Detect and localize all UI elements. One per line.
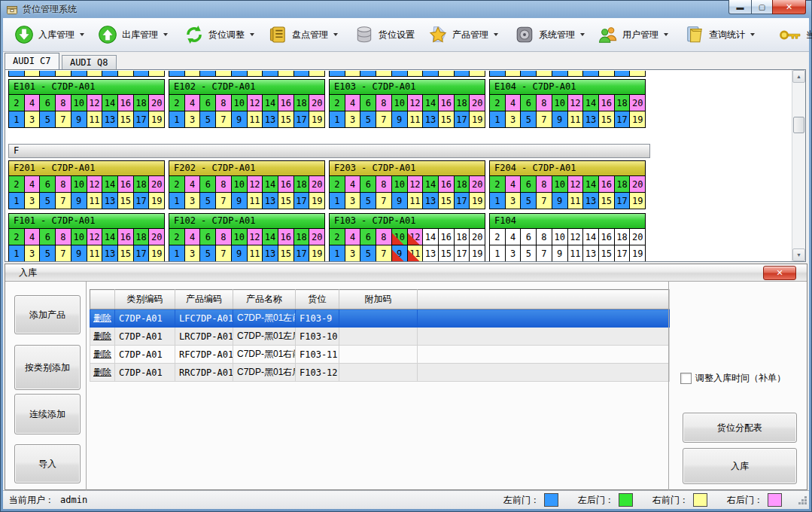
slot-cell-E104-20[interactable]: 20 xyxy=(630,95,645,111)
slot-cell-F204-6[interactable]: 6 xyxy=(521,176,537,193)
slot-cell-E103-3[interactable]: 3 xyxy=(345,111,361,127)
slot-allocation-table-button[interactable]: 货位分配表 xyxy=(683,413,797,443)
slot-cell-F204-7[interactable]: 7 xyxy=(537,193,552,209)
slot-cell-F202-19[interactable]: 19 xyxy=(309,193,324,209)
slot-cell-F101-15[interactable]: 15 xyxy=(118,245,134,261)
slot-cell-E102-13[interactable]: 13 xyxy=(263,111,278,127)
slot-cell-F201-5[interactable]: 5 xyxy=(40,193,56,209)
slot-cell-F104-2[interactable]: 2 xyxy=(490,229,506,245)
slot-cell-F104-20[interactable]: 20 xyxy=(630,229,645,245)
slot-cell-F202-6[interactable]: 6 xyxy=(200,176,216,193)
slot-cell-F101-13[interactable]: 13 xyxy=(102,245,118,261)
slot-cell-E104-9[interactable]: 9 xyxy=(552,111,568,127)
slot-adjust-button[interactable]: 货位调整 xyxy=(178,21,261,48)
delete-link[interactable]: 删除 xyxy=(93,349,111,359)
col-header-product-code[interactable]: 产品编码 xyxy=(175,290,233,309)
slot-cell-F203-9[interactable]: 9 xyxy=(392,193,408,209)
slot-cell-F204-11[interactable]: 11 xyxy=(568,193,584,209)
slot-cell-E102-18[interactable]: 18 xyxy=(294,95,310,111)
slot-cell-E103-7[interactable]: 7 xyxy=(376,111,392,127)
slot-cell-F203-7[interactable]: 7 xyxy=(376,193,392,209)
slot-cell-F103-8[interactable]: 8 xyxy=(376,229,392,245)
slot-cell-F201-18[interactable]: 18 xyxy=(134,176,150,193)
slot-cell-E103-4[interactable]: 4 xyxy=(345,95,361,111)
slot-cell-F201-8[interactable]: 8 xyxy=(56,176,71,193)
col-header-extra[interactable]: 附加码 xyxy=(339,290,418,309)
slot-cell-F204-19[interactable]: 19 xyxy=(630,193,645,209)
slot-cell-F104-4[interactable]: 4 xyxy=(506,229,522,245)
slot-cell-F201-3[interactable]: 3 xyxy=(25,193,41,209)
slot-cell-F102-1[interactable]: 1 xyxy=(169,245,185,261)
slot-cell-F203-14[interactable]: 14 xyxy=(423,176,439,193)
slot-cell-F203-8[interactable]: 8 xyxy=(376,176,392,193)
inbound-row-F103-10[interactable]: 删除C7DP-A01LRC7DP-A01C7DP-黑01左后F103-10 xyxy=(90,328,670,346)
slot-cell-E104-7[interactable]: 7 xyxy=(537,111,552,127)
slot-cell-E102-17[interactable]: 17 xyxy=(294,111,310,127)
slot-cell-F103-5[interactable]: 5 xyxy=(360,245,376,261)
delete-link[interactable]: 删除 xyxy=(93,367,111,377)
slot-cell-F102-2[interactable]: 2 xyxy=(169,229,185,245)
slot-cell-F201-13[interactable]: 13 xyxy=(102,193,118,209)
slot-cell-F103-10[interactable]: 10 xyxy=(392,229,408,245)
slot-cell-E101-9[interactable]: 9 xyxy=(71,111,87,127)
slot-cell-E104-1[interactable]: 1 xyxy=(490,111,506,127)
resize-grip-icon[interactable] xyxy=(798,496,807,507)
slot-cell-F103-15[interactable]: 15 xyxy=(439,245,455,261)
slot-cell-F101-1[interactable]: 1 xyxy=(9,245,25,261)
slot-cell-F102-15[interactable]: 15 xyxy=(278,245,294,261)
slot-cell-F102-7[interactable]: 7 xyxy=(216,245,232,261)
slot-cell-E104-8[interactable]: 8 xyxy=(537,95,552,111)
slot-cell-F204-1[interactable]: 1 xyxy=(490,193,506,209)
slot-cell-F102-8[interactable]: 8 xyxy=(216,229,232,245)
slot-cell-F103-12[interactable]: 12 xyxy=(408,229,424,245)
slot-cell-F101-17[interactable]: 17 xyxy=(134,245,150,261)
slot-cell-F101-2[interactable]: 2 xyxy=(9,229,25,245)
slot-cell-E102-15[interactable]: 15 xyxy=(278,111,294,127)
slot-cell-E103-2[interactable]: 2 xyxy=(330,95,345,111)
slot-cell-E101-4[interactable]: 4 xyxy=(25,95,41,111)
slot-cell-E103-14[interactable]: 14 xyxy=(423,95,439,111)
tab-audi-q8[interactable]: AUDI Q8 xyxy=(62,55,117,69)
inbound-row-F103-9[interactable]: 删除C7DP-A01LFC7DP-A01C7DP-黑01左前F103-9 xyxy=(90,309,670,328)
slot-cell-E103-16[interactable]: 16 xyxy=(439,95,455,111)
stocktake-management-button[interactable]: 盘点管理 xyxy=(261,21,345,48)
title-bar[interactable]: 货位管理系统 ▬ ▢ ✕ xyxy=(0,0,812,18)
slot-cell-E104-11[interactable]: 11 xyxy=(568,111,584,127)
slot-cell-E101-20[interactable]: 20 xyxy=(149,95,164,111)
inbound-row-F103-11[interactable]: 删除C7DP-A01RFC7DP-A01C7DP-黑01右前F103-11 xyxy=(90,346,670,364)
slot-cell-F201-19[interactable]: 19 xyxy=(149,193,164,209)
slot-cell-E104-2[interactable]: 2 xyxy=(490,95,506,111)
slot-cell-E102-8[interactable]: 8 xyxy=(216,95,232,111)
slot-cell-F104-11[interactable]: 11 xyxy=(568,245,584,261)
slot-cell-E101-19[interactable]: 19 xyxy=(149,111,164,127)
slot-cell-E104-13[interactable]: 13 xyxy=(583,111,599,127)
slot-cell-F102-17[interactable]: 17 xyxy=(294,245,310,261)
scroll-up-arrow[interactable]: ▲ xyxy=(792,70,805,83)
slot-cell-F202-12[interactable]: 12 xyxy=(248,176,263,193)
slot-cell-E102-20[interactable]: 20 xyxy=(309,95,324,111)
close-button[interactable]: ✕ xyxy=(772,0,806,14)
slot-cell-F204-2[interactable]: 2 xyxy=(490,176,506,193)
slot-cell-F102-20[interactable]: 20 xyxy=(309,229,324,245)
slot-cell-F202-2[interactable]: 2 xyxy=(169,176,185,193)
slot-cell-F101-4[interactable]: 4 xyxy=(25,229,41,245)
slot-cell-F104-18[interactable]: 18 xyxy=(615,229,631,245)
slot-cell-F104-10[interactable]: 10 xyxy=(552,229,568,245)
slot-cell-F103-18[interactable]: 18 xyxy=(455,229,470,245)
slot-cell-F101-14[interactable]: 14 xyxy=(102,229,118,245)
slot-cell-F202-14[interactable]: 14 xyxy=(263,176,278,193)
slot-cell-F203-10[interactable]: 10 xyxy=(392,176,408,193)
slot-cell-F203-16[interactable]: 16 xyxy=(439,176,455,193)
slot-cell-F201-4[interactable]: 4 xyxy=(25,176,41,193)
slot-cell-E103-15[interactable]: 15 xyxy=(439,111,455,127)
slot-cell-E104-18[interactable]: 18 xyxy=(615,95,631,111)
slot-cell-E103-19[interactable]: 19 xyxy=(470,111,485,127)
slot-cell-E101-3[interactable]: 3 xyxy=(25,111,41,127)
slot-cell-E103-18[interactable]: 18 xyxy=(455,95,470,111)
slot-cell-F103-11[interactable]: 11 xyxy=(408,245,424,261)
slot-cell-F102-10[interactable]: 10 xyxy=(232,229,248,245)
slot-cell-E102-9[interactable]: 9 xyxy=(232,111,248,127)
import-button[interactable]: 导入 xyxy=(14,444,81,483)
slot-cell-F204-8[interactable]: 8 xyxy=(537,176,552,193)
slot-cell-F101-11[interactable]: 11 xyxy=(87,245,103,261)
